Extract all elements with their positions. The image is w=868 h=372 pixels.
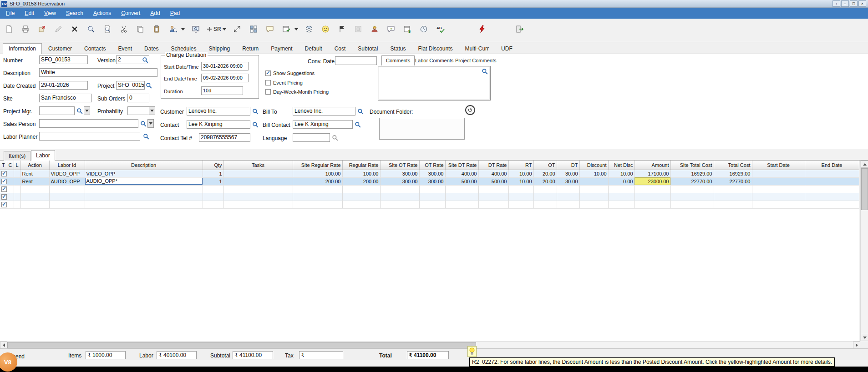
frame-button[interactable] <box>352 23 365 35</box>
project-mgr-field[interactable] <box>39 106 75 115</box>
cell-site-dt-rate[interactable]: 500.00 <box>445 177 478 185</box>
billing-calendar-button[interactable]: $ <box>401 23 414 35</box>
col-dt[interactable]: DT <box>557 161 579 170</box>
col-regular-rate[interactable]: Regular Rate <box>342 161 380 170</box>
row-checkbox[interactable] <box>1 202 7 207</box>
row-checkbox[interactable] <box>1 179 7 184</box>
layers-button[interactable] <box>303 23 315 35</box>
start-datetime-field[interactable]: 30-01-2026 09:00 <box>201 62 249 70</box>
help-bubble-button[interactable]: ? <box>385 23 397 35</box>
paste-button[interactable] <box>150 23 163 35</box>
scroll-up-button[interactable] <box>861 161 868 168</box>
tab-labor[interactable]: Labor <box>31 150 55 161</box>
menu-actions[interactable]: Actions <box>88 9 116 18</box>
col-qty[interactable]: Qty <box>203 161 223 170</box>
expand-button[interactable] <box>231 23 244 35</box>
description-field[interactable]: White <box>39 68 157 77</box>
cell-start-date[interactable] <box>752 177 805 185</box>
number-field[interactable]: SFO_00153 <box>39 55 88 64</box>
sales-person-dropdown[interactable] <box>147 119 154 128</box>
menu-file[interactable]: File <box>1 9 20 18</box>
cell-tasks[interactable] <box>223 170 293 177</box>
description-edit-box[interactable]: AUDIO_OPP* <box>85 178 203 185</box>
menu-pad[interactable]: Pad <box>165 9 185 18</box>
cell-amount[interactable]: 17100.00 <box>635 170 670 177</box>
row-checkbox[interactable] <box>1 194 7 200</box>
tab-shipping[interactable]: Shipping <box>203 43 236 54</box>
col-site-total-cost[interactable]: Site Total Cost <box>670 161 714 170</box>
bill-contact-search-icon[interactable] <box>355 121 361 128</box>
contact-field[interactable]: Lee K Xinping <box>187 120 250 129</box>
labor-comments-tab[interactable]: Labor Comments <box>415 58 453 63</box>
document-folder-box[interactable] <box>379 118 465 140</box>
cell-site-regular-rate[interactable]: 100.00 <box>293 170 342 177</box>
contact-search-icon[interactable] <box>252 121 259 128</box>
delete-button[interactable] <box>68 23 81 35</box>
col-c[interactable]: C <box>7 161 14 170</box>
cell-dt[interactable]: 30.00 <box>557 177 579 185</box>
cell-site-dt-rate[interactable]: 400.00 <box>445 170 478 177</box>
tab-flat-discounts[interactable]: Flat Discounts <box>412 43 458 54</box>
cell-amount-highlighted[interactable]: 23000.00 <box>635 177 670 185</box>
col-tasks[interactable]: Tasks <box>223 161 293 170</box>
search-contact-caret[interactable] <box>180 23 186 35</box>
empty-row[interactable] <box>0 185 859 193</box>
cell-total-cost[interactable]: 16929.00 <box>714 170 752 177</box>
col-t[interactable]: T <box>0 161 7 170</box>
cell-labor-id[interactable]: AUDIO_OPP <box>49 177 85 185</box>
row-checkbox[interactable] <box>1 186 7 192</box>
menu-view[interactable]: View <box>39 9 61 18</box>
event-pricing-checkbox[interactable] <box>265 80 271 85</box>
duration-field[interactable]: 10d <box>201 86 243 95</box>
show-suggestions-checkbox[interactable] <box>265 70 271 76</box>
cell-site-total-cost[interactable]: 22770.00 <box>670 177 714 185</box>
tab-customer[interactable]: Customer <box>42 43 78 54</box>
cell-action[interactable]: Rent <box>20 177 49 185</box>
project-search-icon[interactable] <box>146 82 152 89</box>
menu-search[interactable]: Search <box>61 9 88 18</box>
col-site-dt-rate[interactable]: Site DT Rate <box>445 161 478 170</box>
comments-tab[interactable]: Comments <box>381 55 415 65</box>
date-created-field[interactable]: 29-01-2026 <box>39 81 88 90</box>
scroll-down-button[interactable] <box>861 334 868 341</box>
col-end-date[interactable]: End Date <box>805 161 859 170</box>
tab-contacts[interactable]: Contacts <box>78 43 112 54</box>
suggestion-bulb-button[interactable] <box>467 346 477 357</box>
cell-labor-id[interactable]: VIDEO_OPP <box>49 170 85 177</box>
tab-items[interactable]: Item(s) <box>4 151 30 161</box>
probability-dropdown[interactable] <box>149 106 155 115</box>
cell-net-disc[interactable]: 0.00 <box>608 177 635 185</box>
comments-search-icon[interactable] <box>482 68 488 75</box>
tab-default[interactable]: Default <box>299 43 328 54</box>
bill-to-field[interactable]: Lenovo Inc. <box>293 107 355 116</box>
close-button[interactable]: × <box>858 0 866 7</box>
comments-textarea[interactable] <box>378 66 491 101</box>
col-l[interactable]: L <box>14 161 20 170</box>
scroll-right-button[interactable] <box>853 342 860 349</box>
zoom-document-button[interactable] <box>101 23 114 35</box>
sub-orders-field[interactable]: 0 <box>127 94 149 102</box>
col-action[interactable]: Action <box>20 161 49 170</box>
cell-tasks[interactable] <box>223 177 293 185</box>
customer-field[interactable]: Lenovo Inc. <box>187 107 250 116</box>
language-field[interactable] <box>293 133 330 142</box>
add-sr-button[interactable]: SR <box>206 23 227 35</box>
tab-udf[interactable]: UDF <box>495 43 518 54</box>
cell-ot[interactable]: 20.00 <box>533 177 557 185</box>
cell-regular-rate[interactable]: 200.00 <box>342 177 380 185</box>
col-ot[interactable]: OT <box>533 161 557 170</box>
tab-payment[interactable]: Payment <box>265 43 298 54</box>
col-total-cost[interactable]: Total Cost <box>714 161 752 170</box>
minimize-button[interactable]: – <box>841 0 849 7</box>
search-contact-button[interactable] <box>167 23 179 35</box>
print-button[interactable] <box>19 23 32 35</box>
menu-add[interactable]: Add <box>145 9 165 18</box>
tab-information[interactable]: Information <box>3 43 42 54</box>
contact-tel-field[interactable]: 209876555567 <box>199 133 250 142</box>
schedule-check-caret[interactable] <box>294 23 299 35</box>
copy-button[interactable] <box>134 23 147 35</box>
cell-site-total-cost[interactable]: 16929.00 <box>670 170 714 177</box>
cell-start-date[interactable] <box>752 170 805 177</box>
cell-net-disc[interactable]: 10.00 <box>608 170 635 177</box>
col-dt-rate[interactable]: DT Rate <box>478 161 508 170</box>
